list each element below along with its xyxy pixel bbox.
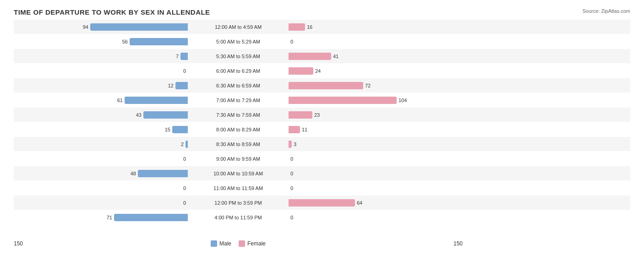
female-value: 24 <box>315 68 325 74</box>
chart-row: 43 7:30 AM to 7:59 AM 23 <box>14 108 630 122</box>
female-bar <box>289 53 331 60</box>
male-bar <box>130 38 188 45</box>
left-bar-container: 12 <box>14 82 188 89</box>
left-bar-container: 0 <box>14 155 188 163</box>
chart-row: 48 10:00 AM to 10:59 AM 0 <box>14 166 630 180</box>
male-bar <box>175 82 188 89</box>
left-bar-container: 15 <box>14 126 188 133</box>
male-value: 56 <box>118 39 128 44</box>
female-value: 0 <box>290 171 300 176</box>
chart-row: 2 8:30 AM to 8:59 AM 3 <box>14 137 630 151</box>
chart-row: 12 6:30 AM to 6:59 AM 72 <box>14 78 630 92</box>
chart-row: 61 7:00 AM to 7:29 AM 104 <box>14 93 630 107</box>
female-bar <box>289 67 313 75</box>
left-bar-container: 71 <box>14 214 188 221</box>
chart-row: 0 12:00 PM to 3:59 PM 64 <box>14 196 630 210</box>
time-label: 12:00 PM to 3:59 PM <box>188 200 289 206</box>
legend-female-box <box>239 240 245 247</box>
time-label: 8:30 AM to 8:59 AM <box>188 141 289 147</box>
male-bar <box>125 97 188 104</box>
male-bar <box>143 111 188 119</box>
female-value: 0 <box>290 39 300 44</box>
female-value: 0 <box>290 156 300 162</box>
left-bar-container: 7 <box>14 53 188 60</box>
female-bar <box>289 111 312 119</box>
legend-male-box <box>211 240 217 247</box>
female-value: 0 <box>290 185 300 191</box>
legend: Male Female <box>188 240 289 247</box>
time-label: 4:00 PM to 11:59 PM <box>188 215 289 220</box>
male-bar <box>180 53 188 60</box>
female-bar <box>289 23 305 31</box>
chart-row: 56 5:00 AM to 5:29 AM 0 <box>14 34 630 49</box>
female-value: 11 <box>302 127 312 132</box>
right-bar-container: 72 <box>289 82 463 89</box>
female-value: 16 <box>307 24 317 30</box>
male-bar <box>90 23 188 31</box>
chart-row: 7 5:30 AM to 5:59 AM 41 <box>14 49 630 63</box>
female-bar <box>289 126 300 133</box>
right-bar-container: 11 <box>289 126 463 133</box>
chart-area: 94 12:00 AM to 4:59 AM 16 56 5:00 AM to … <box>14 20 630 238</box>
legend-male: Male <box>211 240 231 247</box>
time-label: 8:00 AM to 8:29 AM <box>188 127 289 132</box>
female-bar <box>289 82 363 89</box>
legend-male-label: Male <box>219 240 231 247</box>
right-bar-container: 0 <box>289 38 463 45</box>
male-value: 7 <box>169 54 179 59</box>
left-bar-container: 94 <box>14 23 188 31</box>
male-bar <box>172 126 188 133</box>
male-value: 48 <box>126 171 136 176</box>
chart-row: 0 9:00 AM to 9:59 AM 0 <box>14 152 630 166</box>
time-label: 6:30 AM to 6:59 AM <box>188 83 289 88</box>
left-bar-container: 61 <box>14 97 188 104</box>
time-label: 9:00 AM to 9:59 AM <box>188 156 289 162</box>
female-value: 64 <box>357 200 367 206</box>
female-bar <box>289 97 397 104</box>
time-label: 11:00 AM to 11:59 AM <box>188 185 289 191</box>
right-bar-container: 0 <box>289 185 463 192</box>
chart-row: 94 12:00 AM to 4:59 AM 16 <box>14 20 630 34</box>
left-bar-container: 48 <box>14 170 188 177</box>
male-value: 2 <box>174 141 184 147</box>
male-value: 0 <box>176 185 186 191</box>
female-value: 41 <box>333 54 343 59</box>
legend-female: Female <box>239 240 266 247</box>
time-label: 5:00 AM to 5:29 AM <box>188 39 289 44</box>
time-label: 6:00 AM to 6:29 AM <box>188 68 289 74</box>
time-label: 7:00 AM to 7:29 AM <box>188 98 289 103</box>
right-bar-container: 0 <box>289 170 463 177</box>
time-label: 10:00 AM to 10:59 AM <box>188 171 289 176</box>
time-label: 12:00 AM to 4:59 AM <box>188 24 289 30</box>
male-value: 43 <box>131 112 142 118</box>
right-bar-container: 24 <box>289 67 463 75</box>
right-bar-container: 16 <box>289 23 463 31</box>
chart-title: TIME OF DEPARTURE TO WORK BY SEX IN ALLE… <box>14 8 630 16</box>
female-bar <box>289 141 292 148</box>
chart-row: 15 8:00 AM to 8:29 AM 11 <box>14 122 630 136</box>
time-label: 7:30 AM to 7:59 AM <box>188 112 289 118</box>
right-bar-container: 23 <box>289 111 463 119</box>
chart-row: 0 6:00 AM to 6:29 AM 24 <box>14 64 630 78</box>
chart-row: 0 11:00 AM to 11:59 AM 0 <box>14 181 630 195</box>
female-value: 23 <box>314 112 324 118</box>
left-bar-container: 56 <box>14 38 188 45</box>
axis-left: 150 <box>14 240 188 247</box>
left-bar-container: 43 <box>14 111 188 119</box>
legend-female-label: Female <box>247 240 266 247</box>
male-value: 12 <box>164 83 174 88</box>
right-bar-container: 104 <box>289 97 463 104</box>
male-bar <box>114 214 188 221</box>
male-value: 0 <box>176 200 186 206</box>
left-bar-container: 0 <box>14 67 188 75</box>
chart-container: TIME OF DEPARTURE TO WORK BY SEX IN ALLE… <box>0 0 644 272</box>
right-bar-container: 0 <box>289 155 463 163</box>
right-bar-container: 0 <box>289 214 463 221</box>
male-value: 94 <box>78 24 88 30</box>
female-value: 3 <box>294 141 304 147</box>
male-value: 0 <box>176 68 186 74</box>
axis-row: 150 Male Female 150 <box>14 240 630 247</box>
axis-right: 150 <box>289 240 463 247</box>
male-value: 15 <box>160 127 170 132</box>
female-value: 0 <box>290 215 300 220</box>
